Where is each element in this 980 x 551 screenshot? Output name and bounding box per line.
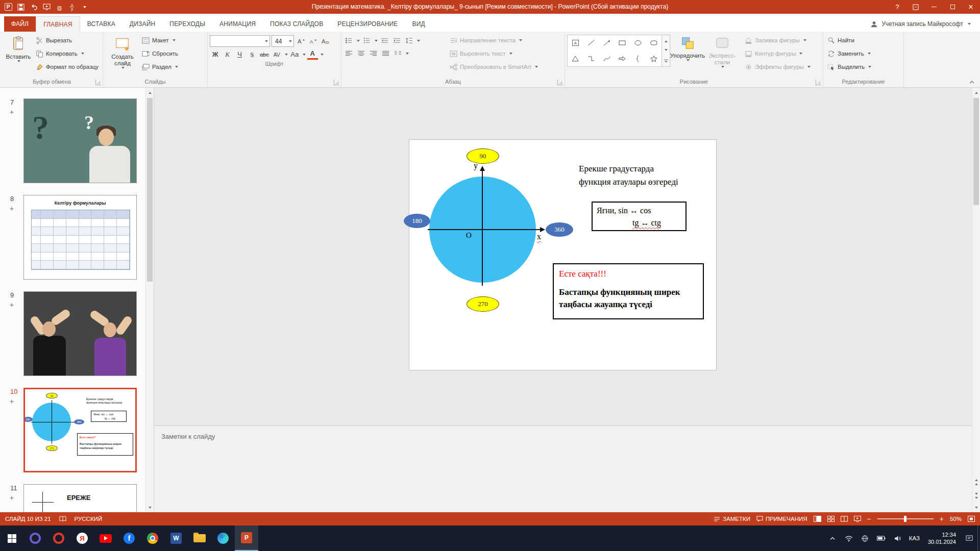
bold-button[interactable]: Ж <box>210 49 220 60</box>
keyboard-language[interactable]: КАЗ <box>906 535 923 541</box>
volume-button[interactable] <box>890 525 906 551</box>
scroll-down-button[interactable] <box>146 504 154 512</box>
tab-view[interactable]: ВИД <box>405 16 432 32</box>
zoom-level[interactable]: 50% <box>950 516 962 522</box>
copy-button[interactable]: Копировать <box>34 47 101 60</box>
tab-slideshow[interactable]: ПОКАЗ СЛАЙДОВ <box>263 16 330 32</box>
scroll-up-button[interactable] <box>972 88 980 96</box>
shape-arrow[interactable] <box>599 35 615 51</box>
font-size-combo[interactable]: 44 <box>272 35 294 47</box>
wifi-button[interactable] <box>841 525 857 551</box>
scroll-down-button[interactable] <box>972 504 980 512</box>
dialog-launcher-icon[interactable] <box>95 80 101 85</box>
increase-indent-button[interactable] <box>391 35 402 46</box>
file-explorer-button[interactable] <box>188 525 211 551</box>
tab-insert[interactable]: ВСТАВКА <box>80 16 122 32</box>
equation-fraction-button[interactable] <box>66 2 78 13</box>
tab-animations[interactable]: АНИМАЦИЯ <box>212 16 263 32</box>
network-button[interactable] <box>857 525 873 551</box>
align-right-button[interactable] <box>368 48 379 59</box>
equation-braces-button[interactable] <box>54 2 65 13</box>
convert-smartart-button[interactable]: Преобразовать в SmartArt <box>448 61 540 73</box>
dialog-launcher-icon[interactable] <box>816 80 821 85</box>
gallery-up-button[interactable] <box>662 35 670 45</box>
spellcheck-button[interactable] <box>59 516 66 522</box>
find-button[interactable]: Найти <box>825 34 873 46</box>
ribbon-display-options-button[interactable] <box>906 0 925 14</box>
italic-button[interactable]: К <box>222 49 233 60</box>
help-button[interactable] <box>888 0 906 14</box>
close-button[interactable] <box>962 0 980 14</box>
tab-design[interactable]: ДИЗАЙН <box>122 16 163 32</box>
chrome-button[interactable] <box>141 525 164 551</box>
shape-outline-button[interactable]: Контур фигуры <box>743 47 813 60</box>
previous-slide-button[interactable] <box>972 477 980 486</box>
app-icon[interactable] <box>3 2 14 13</box>
normal-view-button[interactable] <box>814 516 821 522</box>
font-name-combo[interactable] <box>210 35 270 47</box>
slide-7-thumbnail[interactable]: ? ? <box>23 98 137 183</box>
next-slide-button[interactable] <box>972 492 980 501</box>
maximize-button[interactable] <box>943 0 962 14</box>
dialog-launcher-icon[interactable] <box>334 80 339 85</box>
undo-button[interactable] <box>28 2 39 13</box>
quick-styles-button[interactable]: Экспресс- стили <box>705 33 740 78</box>
hidden-icons-button[interactable] <box>824 525 841 551</box>
slide-8-thumbnail[interactable]: Келтіру формулалары <box>23 195 137 280</box>
tab-review[interactable]: РЕЦЕНЗИРОВАНИЕ <box>330 16 405 32</box>
justify-button[interactable] <box>380 48 391 59</box>
new-slide-button[interactable]: Создать слайд <box>105 33 140 78</box>
tab-home[interactable]: ГЛАВНАЯ <box>36 16 80 32</box>
word-button[interactable] <box>164 525 188 551</box>
shape-rectangle[interactable] <box>615 35 630 51</box>
bullets-button[interactable] <box>344 35 354 46</box>
shape-line[interactable] <box>583 35 599 51</box>
columns-button[interactable] <box>393 48 403 59</box>
main-scrollbar[interactable] <box>972 88 980 512</box>
shape-textbox[interactable] <box>568 35 583 51</box>
shape-fill-button[interactable]: Заливка фигуры <box>743 34 813 46</box>
text-direction-button[interactable]: Направление текста <box>448 34 540 46</box>
customize-qat-button[interactable] <box>79 2 90 13</box>
show-desktop-button[interactable] <box>977 525 980 551</box>
align-center-button[interactable] <box>356 48 366 59</box>
degree-360-ellipse[interactable]: 360 <box>546 222 573 237</box>
slide-counter[interactable]: СЛАЙД 10 ИЗ 21 <box>5 516 51 522</box>
degree-270-ellipse[interactable]: 270 <box>467 296 499 312</box>
collapse-ribbon-button[interactable] <box>969 80 975 84</box>
strikethrough-button[interactable]: abc <box>259 49 270 60</box>
slide-11-thumbnail[interactable]: ЕРЕЖЕ <box>23 484 137 512</box>
slideshow-view-button[interactable] <box>854 516 861 522</box>
shape-ellipse[interactable] <box>630 35 646 51</box>
assistant-app-button[interactable] <box>23 525 47 551</box>
shape-triangle[interactable] <box>568 51 583 67</box>
shape-effects-button[interactable]: Эффекты фигуры <box>743 61 813 73</box>
action-center-button[interactable] <box>961 525 977 551</box>
increase-font-button[interactable]: А <box>296 36 306 46</box>
decrease-indent-button[interactable] <box>379 35 390 46</box>
font-color-button[interactable]: А <box>307 49 318 60</box>
align-left-button[interactable] <box>344 48 354 59</box>
format-painter-button[interactable]: Формат по образцу <box>34 61 101 73</box>
change-case-button[interactable]: Аа <box>289 49 300 60</box>
shape-brace[interactable] <box>630 51 646 67</box>
start-slideshow-button[interactable] <box>41 2 52 13</box>
section-button[interactable]: Раздел <box>140 61 180 73</box>
shape-block-arrow[interactable] <box>615 51 630 67</box>
yandex-button[interactable] <box>70 525 94 551</box>
reading-view-button[interactable] <box>841 516 848 522</box>
degree-180-ellipse[interactable]: 180 <box>404 214 430 228</box>
zoom-out-button[interactable]: − <box>867 516 871 522</box>
line-spacing-button[interactable] <box>404 35 414 46</box>
align-text-button[interactable]: Выровнять текст <box>448 47 540 60</box>
zoom-in-button[interactable]: + <box>940 516 944 522</box>
arrange-button[interactable]: Упорядочить <box>670 33 705 78</box>
scroll-up-button[interactable] <box>146 88 154 96</box>
select-button[interactable]: Выделить <box>825 61 873 73</box>
replace-button[interactable]: Заменить <box>825 47 873 60</box>
notes-pane[interactable]: Заметки к слайду <box>154 425 972 512</box>
fit-slide-button[interactable] <box>968 516 975 522</box>
shape-curve[interactable] <box>599 51 615 67</box>
slide-9-thumbnail[interactable] <box>23 291 137 376</box>
reset-button[interactable]: Сбросить <box>140 47 180 60</box>
